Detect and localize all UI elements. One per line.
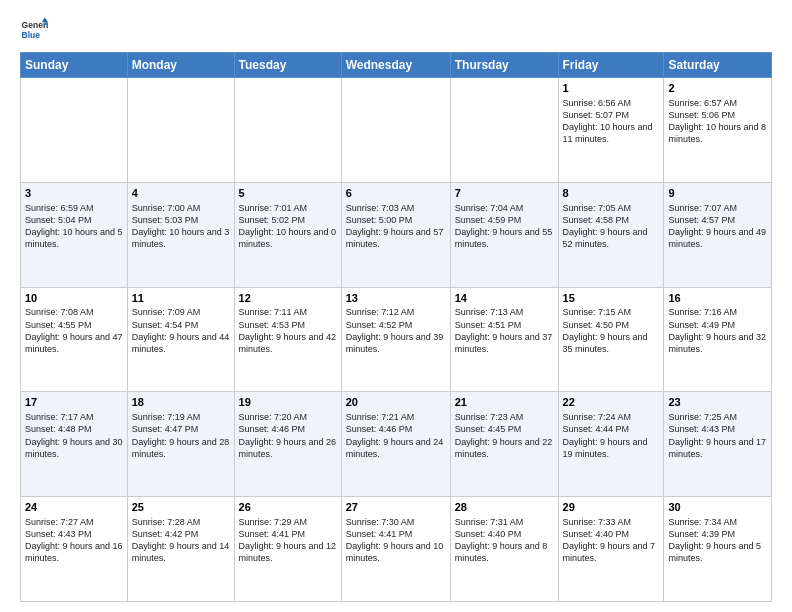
calendar-cell: 25Sunrise: 7:28 AM Sunset: 4:42 PM Dayli… xyxy=(127,497,234,602)
day-number: 24 xyxy=(25,500,123,515)
day-info: Sunrise: 7:24 AM Sunset: 4:44 PM Dayligh… xyxy=(563,411,660,460)
day-number: 13 xyxy=(346,291,446,306)
day-info: Sunrise: 7:11 AM Sunset: 4:53 PM Dayligh… xyxy=(239,306,337,355)
day-number: 27 xyxy=(346,500,446,515)
day-number: 18 xyxy=(132,395,230,410)
calendar-cell: 18Sunrise: 7:19 AM Sunset: 4:47 PM Dayli… xyxy=(127,392,234,497)
day-number: 22 xyxy=(563,395,660,410)
calendar-week-4: 17Sunrise: 7:17 AM Sunset: 4:48 PM Dayli… xyxy=(21,392,772,497)
calendar-cell: 4Sunrise: 7:00 AM Sunset: 5:03 PM Daylig… xyxy=(127,182,234,287)
calendar-cell: 7Sunrise: 7:04 AM Sunset: 4:59 PM Daylig… xyxy=(450,182,558,287)
day-info: Sunrise: 7:13 AM Sunset: 4:51 PM Dayligh… xyxy=(455,306,554,355)
day-info: Sunrise: 7:31 AM Sunset: 4:40 PM Dayligh… xyxy=(455,516,554,565)
day-number: 17 xyxy=(25,395,123,410)
day-info: Sunrise: 6:59 AM Sunset: 5:04 PM Dayligh… xyxy=(25,202,123,251)
day-info: Sunrise: 7:16 AM Sunset: 4:49 PM Dayligh… xyxy=(668,306,767,355)
day-info: Sunrise: 7:05 AM Sunset: 4:58 PM Dayligh… xyxy=(563,202,660,251)
col-header-saturday: Saturday xyxy=(664,53,772,78)
calendar-cell xyxy=(21,78,128,183)
day-info: Sunrise: 7:01 AM Sunset: 5:02 PM Dayligh… xyxy=(239,202,337,251)
calendar-cell: 30Sunrise: 7:34 AM Sunset: 4:39 PM Dayli… xyxy=(664,497,772,602)
day-info: Sunrise: 7:12 AM Sunset: 4:52 PM Dayligh… xyxy=(346,306,446,355)
calendar-cell: 11Sunrise: 7:09 AM Sunset: 4:54 PM Dayli… xyxy=(127,287,234,392)
day-number: 23 xyxy=(668,395,767,410)
calendar-cell: 10Sunrise: 7:08 AM Sunset: 4:55 PM Dayli… xyxy=(21,287,128,392)
day-info: Sunrise: 7:29 AM Sunset: 4:41 PM Dayligh… xyxy=(239,516,337,565)
day-info: Sunrise: 7:17 AM Sunset: 4:48 PM Dayligh… xyxy=(25,411,123,460)
day-number: 6 xyxy=(346,186,446,201)
day-number: 10 xyxy=(25,291,123,306)
calendar-cell: 28Sunrise: 7:31 AM Sunset: 4:40 PM Dayli… xyxy=(450,497,558,602)
day-number: 20 xyxy=(346,395,446,410)
col-header-friday: Friday xyxy=(558,53,664,78)
calendar-cell: 16Sunrise: 7:16 AM Sunset: 4:49 PM Dayli… xyxy=(664,287,772,392)
day-info: Sunrise: 7:21 AM Sunset: 4:46 PM Dayligh… xyxy=(346,411,446,460)
calendar-cell: 27Sunrise: 7:30 AM Sunset: 4:41 PM Dayli… xyxy=(341,497,450,602)
day-number: 8 xyxy=(563,186,660,201)
calendar-cell: 22Sunrise: 7:24 AM Sunset: 4:44 PM Dayli… xyxy=(558,392,664,497)
day-number: 29 xyxy=(563,500,660,515)
day-info: Sunrise: 7:34 AM Sunset: 4:39 PM Dayligh… xyxy=(668,516,767,565)
calendar-cell: 24Sunrise: 7:27 AM Sunset: 4:43 PM Dayli… xyxy=(21,497,128,602)
day-number: 19 xyxy=(239,395,337,410)
header: General Blue xyxy=(20,16,772,44)
calendar-cell: 23Sunrise: 7:25 AM Sunset: 4:43 PM Dayli… xyxy=(664,392,772,497)
day-info: Sunrise: 7:00 AM Sunset: 5:03 PM Dayligh… xyxy=(132,202,230,251)
calendar-week-3: 10Sunrise: 7:08 AM Sunset: 4:55 PM Dayli… xyxy=(21,287,772,392)
calendar-cell xyxy=(127,78,234,183)
day-number: 1 xyxy=(563,81,660,96)
day-number: 5 xyxy=(239,186,337,201)
calendar-cell: 3Sunrise: 6:59 AM Sunset: 5:04 PM Daylig… xyxy=(21,182,128,287)
logo-icon: General Blue xyxy=(20,16,48,44)
day-number: 12 xyxy=(239,291,337,306)
day-number: 14 xyxy=(455,291,554,306)
calendar-cell: 19Sunrise: 7:20 AM Sunset: 4:46 PM Dayli… xyxy=(234,392,341,497)
day-number: 4 xyxy=(132,186,230,201)
day-info: Sunrise: 7:09 AM Sunset: 4:54 PM Dayligh… xyxy=(132,306,230,355)
calendar-cell: 21Sunrise: 7:23 AM Sunset: 4:45 PM Dayli… xyxy=(450,392,558,497)
calendar-cell: 29Sunrise: 7:33 AM Sunset: 4:40 PM Dayli… xyxy=(558,497,664,602)
calendar-cell: 12Sunrise: 7:11 AM Sunset: 4:53 PM Dayli… xyxy=(234,287,341,392)
day-info: Sunrise: 7:15 AM Sunset: 4:50 PM Dayligh… xyxy=(563,306,660,355)
calendar-cell: 6Sunrise: 7:03 AM Sunset: 5:00 PM Daylig… xyxy=(341,182,450,287)
day-info: Sunrise: 6:56 AM Sunset: 5:07 PM Dayligh… xyxy=(563,97,660,146)
day-number: 2 xyxy=(668,81,767,96)
day-number: 21 xyxy=(455,395,554,410)
day-info: Sunrise: 7:19 AM Sunset: 4:47 PM Dayligh… xyxy=(132,411,230,460)
day-info: Sunrise: 7:04 AM Sunset: 4:59 PM Dayligh… xyxy=(455,202,554,251)
day-number: 28 xyxy=(455,500,554,515)
day-number: 3 xyxy=(25,186,123,201)
day-number: 7 xyxy=(455,186,554,201)
day-number: 30 xyxy=(668,500,767,515)
day-number: 11 xyxy=(132,291,230,306)
calendar-cell: 2Sunrise: 6:57 AM Sunset: 5:06 PM Daylig… xyxy=(664,78,772,183)
calendar-table: SundayMondayTuesdayWednesdayThursdayFrid… xyxy=(20,52,772,602)
calendar-cell xyxy=(341,78,450,183)
day-info: Sunrise: 7:30 AM Sunset: 4:41 PM Dayligh… xyxy=(346,516,446,565)
header-row: SundayMondayTuesdayWednesdayThursdayFrid… xyxy=(21,53,772,78)
day-info: Sunrise: 7:33 AM Sunset: 4:40 PM Dayligh… xyxy=(563,516,660,565)
day-info: Sunrise: 7:20 AM Sunset: 4:46 PM Dayligh… xyxy=(239,411,337,460)
day-info: Sunrise: 7:28 AM Sunset: 4:42 PM Dayligh… xyxy=(132,516,230,565)
day-info: Sunrise: 7:08 AM Sunset: 4:55 PM Dayligh… xyxy=(25,306,123,355)
day-info: Sunrise: 6:57 AM Sunset: 5:06 PM Dayligh… xyxy=(668,97,767,146)
day-info: Sunrise: 7:25 AM Sunset: 4:43 PM Dayligh… xyxy=(668,411,767,460)
day-number: 16 xyxy=(668,291,767,306)
col-header-tuesday: Tuesday xyxy=(234,53,341,78)
day-info: Sunrise: 7:27 AM Sunset: 4:43 PM Dayligh… xyxy=(25,516,123,565)
calendar-cell xyxy=(450,78,558,183)
calendar-cell xyxy=(234,78,341,183)
page: General Blue SundayMondayTuesdayWednesda… xyxy=(0,0,792,612)
day-info: Sunrise: 7:07 AM Sunset: 4:57 PM Dayligh… xyxy=(668,202,767,251)
calendar-week-2: 3Sunrise: 6:59 AM Sunset: 5:04 PM Daylig… xyxy=(21,182,772,287)
logo: General Blue xyxy=(20,16,48,44)
calendar-cell: 15Sunrise: 7:15 AM Sunset: 4:50 PM Dayli… xyxy=(558,287,664,392)
col-header-sunday: Sunday xyxy=(21,53,128,78)
day-number: 25 xyxy=(132,500,230,515)
calendar-cell: 1Sunrise: 6:56 AM Sunset: 5:07 PM Daylig… xyxy=(558,78,664,183)
calendar-cell: 14Sunrise: 7:13 AM Sunset: 4:51 PM Dayli… xyxy=(450,287,558,392)
calendar-cell: 8Sunrise: 7:05 AM Sunset: 4:58 PM Daylig… xyxy=(558,182,664,287)
calendar-cell: 13Sunrise: 7:12 AM Sunset: 4:52 PM Dayli… xyxy=(341,287,450,392)
calendar-cell: 20Sunrise: 7:21 AM Sunset: 4:46 PM Dayli… xyxy=(341,392,450,497)
calendar-cell: 17Sunrise: 7:17 AM Sunset: 4:48 PM Dayli… xyxy=(21,392,128,497)
